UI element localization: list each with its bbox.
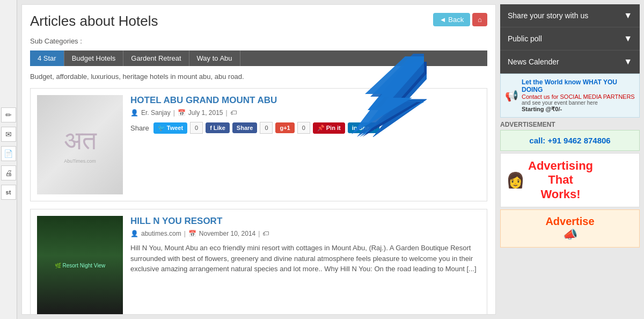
left-sidebar: ✏ ✉ 📄 🖨 st	[0, 0, 17, 319]
share-story-label: Share your story with us	[508, 11, 588, 20]
ad-works-title: AdvertisingThatWorks!	[528, 159, 593, 201]
sidebar-icon-2[interactable]: ✉	[1, 127, 16, 142]
ad-banner-social: 📢 Let the World know WHAT YOU DOING Cont…	[500, 74, 640, 118]
public-poll-arrow: ▼	[624, 34, 632, 44]
fb-share-button-1[interactable]: Share	[232, 122, 258, 133]
article-image-1: अत AbuTimes.com	[37, 95, 123, 194]
tag-icon-2: 🏷	[262, 230, 269, 237]
article-title-2[interactable]: HILL N YOU RESORT	[130, 216, 480, 227]
gplus-button-1[interactable]: g+1	[275, 122, 294, 133]
article-card-1: अत AbuTimes.com HOTEL ABU GRAND MOUNT AB…	[30, 88, 487, 201]
public-poll-dropdown[interactable]: Public poll ▼	[500, 27, 640, 50]
description-text: Budget, affordable, luxurious, heritage …	[30, 73, 487, 81]
ad-advertise: Advertise 📣	[500, 209, 640, 248]
author-icon-2: 👤	[130, 230, 138, 237]
ad-text-line2: Contact us for SOCIAL MEDIA PARTNERS	[522, 93, 635, 100]
tab-gardent-retreat[interactable]: Gardent Retreat	[123, 50, 189, 66]
article-meta-1: 👤 Er. Sanjay | 📅 July 1, 2015 | 🏷	[130, 109, 480, 117]
article-description-2: Hill N You, Mount Abu an eco friendly mi…	[130, 243, 480, 274]
article-title-1[interactable]: HOTEL ABU GRAND MOUNT ABU	[130, 95, 480, 106]
article-image-dark-2: 🌿 Resort Night View	[37, 216, 123, 315]
back-button[interactable]: ◄ Back	[433, 13, 470, 26]
right-sidebar: Share your story with us ▼ Public poll ▼…	[500, 4, 640, 315]
article-card-2: 🌿 Resort Night View HILL N YOU RESORT 👤 …	[30, 209, 487, 315]
public-poll-label: Public poll	[508, 34, 542, 43]
fb-count-1: 0	[260, 122, 273, 134]
news-calender-dropdown[interactable]: News Calender ▼	[500, 50, 640, 74]
tweet-button-1[interactable]: 🐦 Tweet	[153, 122, 187, 134]
pinterest-button-1[interactable]: 📌 Pin it	[313, 122, 345, 134]
header-row: Articles about Hotels ◄ Back ⌂	[30, 13, 487, 33]
ad-works: 👩 AdvertisingThatWorks!	[500, 153, 640, 207]
date-1: July 1, 2015	[188, 109, 223, 117]
gplus-count-1: 0	[297, 122, 310, 134]
author-1: Er. Sanjay	[141, 109, 171, 117]
home-button[interactable]: ⌂	[472, 13, 487, 26]
ad-text-line1: Let the World know WHAT YOU DOING	[522, 78, 635, 93]
page-title: Articles about Hotels	[30, 13, 158, 30]
author-icon-1: 👤	[130, 109, 138, 117]
sub-categories-label: Sub Categories :	[30, 37, 487, 45]
share-label-1: Share	[130, 124, 149, 132]
ad-text-line3: and see your event banner here	[522, 100, 635, 106]
news-calender-arrow: ▼	[624, 57, 632, 67]
ad-starting: Starting @₹0/-	[522, 106, 635, 113]
article-content-2: HILL N YOU RESORT 👤 abutimes.com | 📅 Nov…	[130, 216, 480, 315]
tab-budget-hotels[interactable]: Budget Hotels	[64, 50, 124, 66]
sidebar-icon-1[interactable]: ✏	[1, 107, 16, 122]
like-button-1[interactable]: f Like	[206, 122, 230, 133]
sidebar-icon-3[interactable]: 📄	[1, 146, 16, 161]
calendar-icon-1: 📅	[178, 109, 186, 117]
linkedin-button-1[interactable]: in Share	[348, 122, 379, 133]
share-story-dropdown[interactable]: Share your story with us ▼	[500, 4, 640, 27]
calendar-icon-2: 📅	[188, 230, 196, 237]
tab-way-to-abu[interactable]: Way to Abu	[189, 50, 240, 66]
tab-bar: 4 Star Budget Hotels Gardent Retreat Way…	[30, 50, 487, 66]
article-image-placeholder-1: अत AbuTimes.com	[37, 95, 123, 194]
share-row-1: Share 🐦 Tweet 0 f Like Share 0 g+1 0 📌 P…	[130, 122, 480, 134]
article-image-2: 🌿 Resort Night View	[37, 216, 123, 315]
ad-phone[interactable]: call: +91 9462 874806	[500, 130, 640, 151]
advertisement-label: ADVERTISEMENT	[500, 121, 640, 128]
header-buttons: ◄ Back ⌂	[433, 13, 487, 26]
ad-advertise-title: Advertise	[506, 215, 634, 228]
tag-icon-1: 🏷	[230, 109, 237, 117]
news-calender-label: News Calender	[508, 57, 559, 66]
sidebar-icon-4[interactable]: 🖨	[1, 165, 16, 180]
tab-4star[interactable]: 4 Star	[30, 50, 64, 66]
share-story-arrow: ▼	[624, 11, 632, 20]
article-content-1: HOTEL ABU GRAND MOUNT ABU 👤 Er. Sanjay |…	[130, 95, 480, 194]
tweet-count-1: 0	[190, 122, 203, 134]
date-2: November 10, 2014	[199, 230, 255, 237]
author-2: abutimes.com	[141, 230, 181, 237]
content-area: Articles about Hotels ◄ Back ⌂ Sub Categ…	[21, 4, 496, 315]
sidebar-icon-5[interactable]: st	[1, 185, 16, 200]
article-meta-2: 👤 abutimes.com | 📅 November 10, 2014 | 🏷	[130, 230, 480, 237]
